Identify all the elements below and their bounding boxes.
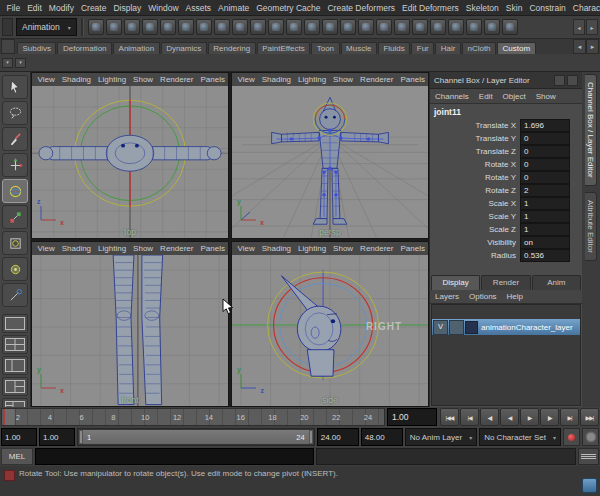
viewport-menu-item[interactable]: Lighting	[295, 75, 330, 84]
channel-value-field[interactable]: 2	[520, 184, 570, 197]
play-backwards-button[interactable]: ◀	[500, 408, 519, 426]
output-connections-icon[interactable]	[430, 19, 446, 35]
animation-start-field[interactable]: 1.00	[1, 428, 37, 446]
layer-playback-toggle[interactable]	[449, 320, 464, 335]
viewport-menu-item[interactable]: Shading	[258, 244, 294, 253]
layer-editor-tab[interactable]: Render	[481, 275, 530, 290]
channel-row[interactable]: Visibility on	[430, 236, 582, 249]
character-set-dropdown[interactable]: No Character Set ▾	[479, 428, 561, 446]
menu-item[interactable]: Skin	[502, 3, 526, 13]
shelf-tab[interactable]: Animation	[113, 42, 160, 54]
scale-tool-button[interactable]	[2, 205, 28, 229]
command-language-button[interactable]: MEL	[1, 448, 33, 465]
channel-value-field[interactable]: 0.536	[520, 249, 570, 262]
select-curves-icon[interactable]	[232, 19, 248, 35]
shelf-tab[interactable]: Deformation	[57, 42, 112, 54]
script-editor-button[interactable]	[578, 448, 599, 465]
select-surfaces-icon[interactable]	[250, 19, 266, 35]
channel-value-field[interactable]: 0	[520, 132, 570, 145]
render-settings-icon[interactable]	[502, 19, 518, 35]
auto-keyframe-button[interactable]	[563, 428, 580, 446]
select-dynamics-icon[interactable]	[286, 19, 302, 35]
outliner-persp-layout-button[interactable]	[2, 398, 28, 407]
layer-visibility-toggle[interactable]: V	[433, 320, 448, 335]
select-joints-icon[interactable]	[214, 19, 230, 35]
viewport-menu-item[interactable]: Show	[130, 75, 157, 84]
shelf-tab[interactable]: Dynamics	[161, 42, 207, 54]
selected-object-name[interactable]: joint11	[430, 104, 582, 119]
viewport-menu-item[interactable]: View	[234, 244, 258, 253]
animation-end-field[interactable]: 48.00	[361, 428, 403, 446]
viewport-menu-item[interactable]: Lighting	[95, 244, 130, 253]
channel-value-field[interactable]: 0	[520, 158, 570, 171]
construction-history-icon[interactable]	[448, 19, 464, 35]
step-back-key-button[interactable]: |◀	[460, 408, 479, 426]
viewport-menu-item[interactable]: Renderer	[357, 244, 397, 253]
viewport-front-canvas[interactable]: front y x	[32, 255, 228, 407]
channel-value-field[interactable]: on	[520, 236, 570, 249]
shelf-selector-icon[interactable]	[1, 39, 15, 54]
make-live-icon[interactable]	[394, 19, 410, 35]
three-pane-layout-button[interactable]	[2, 377, 28, 396]
menu-item[interactable]: Edit	[24, 3, 46, 13]
viewport-menu-item[interactable]: Shading	[258, 75, 294, 84]
shelf-scroll-right-icon[interactable]: ▸	[586, 39, 599, 54]
channel-row[interactable]: Scale Y 1	[430, 210, 582, 223]
shelf-tab[interactable]: Hair	[435, 42, 461, 54]
go-to-end-button[interactable]: ▶▶|	[580, 408, 599, 426]
move-tool-button[interactable]	[2, 153, 28, 177]
menu-item[interactable]: Animate	[215, 3, 253, 13]
viewport-persp-canvas[interactable]: persp y x	[232, 86, 428, 238]
viewport-menu-item[interactable]: Panels	[397, 75, 428, 84]
viewport-menu-item[interactable]: Panels	[197, 244, 228, 253]
snap-to-grid-icon[interactable]	[322, 19, 338, 35]
render-current-frame-icon[interactable]	[466, 19, 482, 35]
range-slider-track[interactable]: 1 24	[77, 428, 315, 446]
menu-item[interactable]: Modify	[45, 3, 77, 13]
shelf-tab[interactable]: Custom	[497, 42, 536, 54]
four-pane-layout-button[interactable]	[2, 335, 28, 354]
viewport-menu-item[interactable]: Show	[330, 75, 357, 84]
channel-box-menu-item[interactable]: Edit	[474, 92, 498, 101]
channel-row[interactable]: Scale X 1	[430, 197, 582, 210]
quick-help-icon[interactable]	[582, 478, 597, 493]
universal-manipulator-button[interactable]	[2, 231, 28, 255]
layer-editor-menu-item[interactable]: Layers	[430, 292, 464, 301]
viewport-menu-item[interactable]: Show	[330, 244, 357, 253]
anim-layer-dropdown[interactable]: No Anim Layer ▾	[405, 428, 477, 446]
menu-item[interactable]: Edit Deformers	[399, 3, 463, 13]
viewport-menu-item[interactable]: Lighting	[295, 244, 330, 253]
shelf-menu-icon[interactable]: ▾	[2, 58, 13, 68]
viewport-menu-item[interactable]: Shading	[58, 244, 94, 253]
shelf-tab[interactable]: Fluids	[378, 42, 410, 54]
snap-to-point-icon[interactable]	[358, 19, 374, 35]
pin-panel-icon[interactable]	[567, 75, 578, 86]
show-hide-editor-left-icon[interactable]: ◂	[573, 19, 585, 35]
channel-row[interactable]: Translate Z 0	[430, 145, 582, 158]
layer-editor-menu-item[interactable]: Options	[464, 292, 502, 301]
channel-row[interactable]: Translate Y 0	[430, 132, 582, 145]
channel-box-menu-item[interactable]: Channels	[430, 92, 474, 101]
channel-row[interactable]: Rotate Z 2	[430, 184, 582, 197]
menu-item[interactable]: File	[3, 3, 24, 13]
channel-box-menu-item[interactable]: Show	[531, 92, 561, 101]
tab-attribute-editor[interactable]: Attribute Editor	[585, 192, 597, 261]
time-slider[interactable]: 24681012141618202224	[1, 408, 385, 426]
channel-value-field[interactable]: 1	[520, 210, 570, 223]
show-hide-editor-right-icon[interactable]: ▸	[586, 19, 598, 35]
select-by-component-icon[interactable]	[178, 19, 194, 35]
shelf-tab[interactable]: Toon	[311, 42, 339, 54]
shelf-tab[interactable]: nCloth	[462, 42, 496, 54]
viewport-side-canvas[interactable]: RIGHT side y z	[232, 255, 428, 407]
shelf-item-menu-icon[interactable]: ▾	[15, 58, 26, 68]
viewport-menu-item[interactable]: Lighting	[95, 75, 130, 84]
single-pane-layout-button[interactable]	[2, 314, 28, 333]
viewport-menu-item[interactable]: View	[34, 75, 58, 84]
open-scene-icon[interactable]	[106, 19, 122, 35]
menu-item[interactable]: Constrain	[526, 3, 569, 13]
viewport-menu-item[interactable]: Shading	[58, 75, 94, 84]
select-meshes-icon[interactable]	[268, 19, 284, 35]
select-by-object-icon[interactable]	[160, 19, 176, 35]
soft-modification-tool-button[interactable]	[2, 257, 28, 281]
channel-value-field[interactable]: 1.696	[520, 119, 570, 132]
